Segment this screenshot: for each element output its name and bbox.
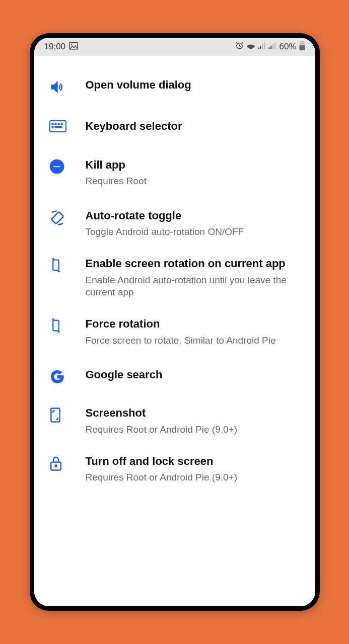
picture-indicator-icon [69,42,78,52]
svg-rect-3 [258,47,259,49]
item-subtitle: Requires Root [86,175,300,188]
svg-rect-5 [262,44,263,49]
item-kill-app[interactable]: Kill app Requires Root [34,146,315,200]
item-force-rotation[interactable]: Force rotation Force screen to rotate. S… [34,308,315,356]
svg-rect-26 [51,409,59,422]
svg-rect-20 [55,126,62,128]
battery-icon [299,41,305,53]
svg-rect-7 [268,47,269,49]
svg-rect-9 [272,44,273,49]
item-turn-off-and-lock[interactable]: Turn off and lock screen Requires Root o… [34,445,315,493]
svg-rect-23 [51,212,63,224]
signal-icon-1 [258,42,266,52]
item-screenshot[interactable]: Screenshot Requires Root or Android Pie … [34,397,315,445]
svg-rect-22 [53,166,60,167]
svg-rect-24 [53,260,59,271]
svg-rect-25 [53,320,59,331]
item-title: Turn off and lock screen [86,454,300,469]
signal-icon-2 [268,42,276,52]
screen: 19:00 60% [34,38,315,606]
item-title: Force rotation [86,317,300,332]
volume-icon [49,78,86,95]
item-title: Kill app [86,158,300,173]
wifi-icon [246,42,255,52]
svg-rect-13 [299,45,305,50]
svg-point-28 [54,464,56,466]
item-auto-rotate-toggle[interactable]: Auto-rotate toggle Toggle Android auto-r… [34,200,315,248]
item-subtitle: Requires Root or Android Pie (9.0+) [86,424,300,436]
force-rotate-icon [49,317,86,333]
status-bar: 19:00 60% [34,38,315,56]
item-subtitle: Enable Android auto-rotation until you l… [86,274,300,299]
item-open-volume-dialog[interactable]: Open volume dialog [34,66,315,107]
svg-rect-4 [260,46,261,49]
item-title: Open volume dialog [86,78,300,93]
minus-circle-icon [49,158,86,174]
item-title: Enable screen rotation on current app [86,257,300,271]
screenshot-icon [49,406,86,423]
google-icon [49,368,86,385]
item-keyboard-selector[interactable]: Keyboard selector [34,107,315,146]
status-left: 19:00 [44,42,79,52]
item-enable-rotation-current-app[interactable]: Enable screen rotation on current app En… [34,248,315,308]
svg-rect-15 [52,123,53,125]
device-frame: 19:00 60% [30,33,320,611]
item-title: Keyboard selector [86,119,300,134]
item-subtitle: Requires Root or Android Pie (9.0+) [86,471,300,484]
item-subtitle: Force screen to rotate. Similar to Andro… [86,335,300,347]
svg-rect-11 [301,41,303,42]
svg-rect-18 [61,123,62,125]
lock-icon [49,454,86,471]
item-title: Google search [86,368,300,382]
battery-pct-text: 60% [279,42,296,52]
svg-rect-17 [58,123,59,125]
item-title: Screenshot [86,406,300,421]
svg-rect-6 [264,43,265,49]
svg-point-1 [71,44,73,45]
svg-rect-16 [55,123,56,125]
status-right: 60% [235,41,305,53]
clock-text: 19:00 [44,42,66,52]
svg-rect-8 [270,46,271,49]
item-google-search[interactable]: Google search [34,356,315,397]
item-title: Auto-rotate toggle [86,209,300,223]
svg-rect-10 [274,43,275,49]
rotate-device-icon [49,257,86,273]
svg-rect-19 [52,126,53,128]
settings-list: Open volume dialog Keyboard selector Kil… [34,56,315,606]
alarm-icon [235,41,244,52]
item-subtitle: Toggle Android auto-rotation ON/OFF [86,226,300,238]
auto-rotate-icon [49,209,86,226]
keyboard-icon [49,119,86,132]
